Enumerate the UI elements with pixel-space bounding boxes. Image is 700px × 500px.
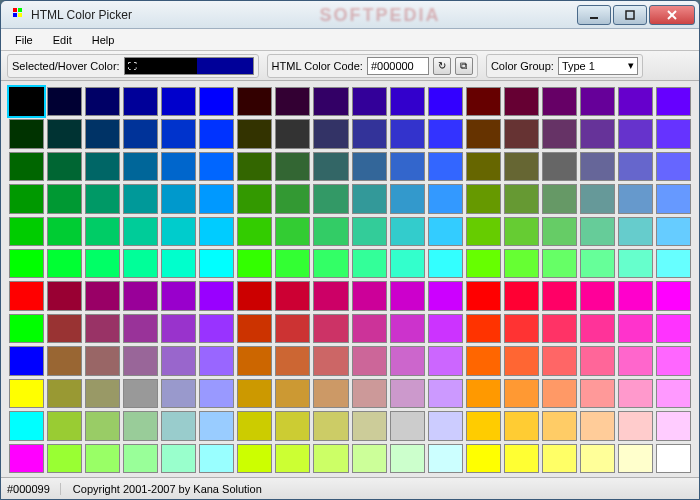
color-cell[interactable] (123, 411, 158, 440)
color-cell[interactable] (313, 379, 348, 408)
menu-help[interactable]: Help (84, 32, 123, 48)
color-cell[interactable] (466, 281, 501, 310)
color-cell[interactable] (275, 249, 310, 278)
color-cell[interactable] (580, 379, 615, 408)
color-cell[interactable] (275, 411, 310, 440)
color-cell[interactable] (161, 184, 196, 213)
color-cell[interactable] (47, 314, 82, 343)
color-cell[interactable] (656, 87, 691, 116)
color-cell[interactable] (199, 444, 234, 473)
color-cell[interactable] (580, 444, 615, 473)
color-cell[interactable] (352, 249, 387, 278)
color-group-select[interactable]: Type 1 ▾ (558, 57, 638, 75)
color-cell[interactable] (542, 314, 577, 343)
color-cell[interactable] (656, 217, 691, 246)
color-cell[interactable] (466, 152, 501, 181)
color-cell[interactable] (275, 87, 310, 116)
color-cell[interactable] (313, 87, 348, 116)
color-cell[interactable] (199, 249, 234, 278)
color-cell[interactable] (275, 152, 310, 181)
color-cell[interactable] (352, 87, 387, 116)
color-cell[interactable] (580, 411, 615, 440)
color-cell[interactable] (47, 217, 82, 246)
color-cell[interactable] (390, 152, 425, 181)
color-cell[interactable] (656, 379, 691, 408)
color-cell[interactable] (580, 281, 615, 310)
color-cell[interactable] (47, 346, 82, 375)
color-cell[interactable] (466, 217, 501, 246)
color-cell[interactable] (618, 119, 653, 148)
color-cell[interactable] (9, 444, 44, 473)
color-cell[interactable] (390, 87, 425, 116)
color-cell[interactable] (656, 119, 691, 148)
color-cell[interactable] (161, 281, 196, 310)
color-cell[interactable] (580, 119, 615, 148)
color-cell[interactable] (123, 249, 158, 278)
color-cell[interactable] (275, 119, 310, 148)
color-cell[interactable] (313, 314, 348, 343)
color-cell[interactable] (428, 217, 463, 246)
color-cell[interactable] (237, 346, 272, 375)
color-cell[interactable] (466, 379, 501, 408)
color-cell[interactable] (47, 249, 82, 278)
minimize-button[interactable] (577, 5, 611, 25)
color-cell[interactable] (161, 87, 196, 116)
color-cell[interactable] (123, 314, 158, 343)
color-cell[interactable] (85, 444, 120, 473)
color-cell[interactable] (504, 217, 539, 246)
color-cell[interactable] (313, 217, 348, 246)
color-cell[interactable] (504, 152, 539, 181)
color-cell[interactable] (237, 152, 272, 181)
color-cell[interactable] (85, 314, 120, 343)
color-cell[interactable] (161, 119, 196, 148)
color-cell[interactable] (123, 444, 158, 473)
color-cell[interactable] (123, 346, 158, 375)
color-cell[interactable] (504, 314, 539, 343)
color-cell[interactable] (161, 411, 196, 440)
color-cell[interactable] (466, 87, 501, 116)
color-cell[interactable] (352, 119, 387, 148)
color-cell[interactable] (656, 346, 691, 375)
color-cell[interactable] (9, 119, 44, 148)
color-cell[interactable] (352, 379, 387, 408)
color-cell[interactable] (580, 346, 615, 375)
color-cell[interactable] (466, 346, 501, 375)
color-cell[interactable] (542, 217, 577, 246)
color-cell[interactable] (618, 217, 653, 246)
color-cell[interactable] (85, 184, 120, 213)
color-cell[interactable] (352, 444, 387, 473)
color-cell[interactable] (85, 217, 120, 246)
color-cell[interactable] (390, 184, 425, 213)
color-cell[interactable] (656, 411, 691, 440)
color-cell[interactable] (9, 411, 44, 440)
menu-file[interactable]: File (7, 32, 41, 48)
color-cell[interactable] (656, 444, 691, 473)
color-cell[interactable] (352, 314, 387, 343)
color-cell[interactable] (85, 281, 120, 310)
color-cell[interactable] (618, 379, 653, 408)
color-cell[interactable] (313, 119, 348, 148)
color-cell[interactable] (47, 184, 82, 213)
color-cell[interactable] (466, 184, 501, 213)
color-cell[interactable] (161, 346, 196, 375)
color-cell[interactable] (428, 249, 463, 278)
color-cell[interactable] (237, 87, 272, 116)
color-cell[interactable] (428, 379, 463, 408)
color-cell[interactable] (313, 346, 348, 375)
color-cell[interactable] (85, 87, 120, 116)
color-cell[interactable] (85, 152, 120, 181)
color-code-input[interactable] (367, 57, 429, 75)
color-cell[interactable] (199, 87, 234, 116)
color-cell[interactable] (313, 152, 348, 181)
color-cell[interactable] (428, 184, 463, 213)
color-cell[interactable] (542, 411, 577, 440)
color-cell[interactable] (428, 314, 463, 343)
color-cell[interactable] (618, 87, 653, 116)
color-cell[interactable] (275, 444, 310, 473)
color-cell[interactable] (466, 119, 501, 148)
color-cell[interactable] (313, 184, 348, 213)
color-cell[interactable] (123, 379, 158, 408)
color-cell[interactable] (656, 152, 691, 181)
copy-button[interactable]: ⧉ (455, 57, 473, 75)
color-cell[interactable] (275, 346, 310, 375)
